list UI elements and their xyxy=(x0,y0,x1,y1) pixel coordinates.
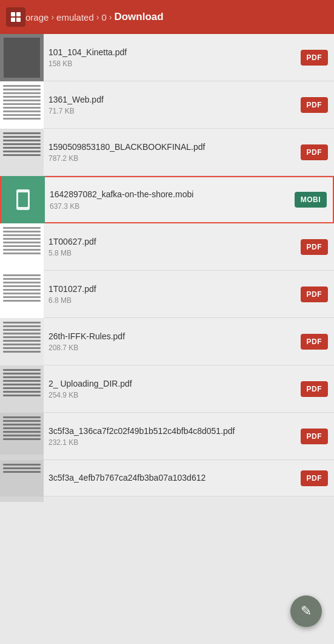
file-size-1361web: 71.7 KB xyxy=(48,107,296,115)
file-thumb-iffk xyxy=(0,318,44,365)
grid-icon xyxy=(11,12,21,22)
file-thumb-3c5f3a-4efb xyxy=(0,455,44,502)
fab-button[interactable]: ✎ xyxy=(290,595,322,627)
file-thumb-1t00627 xyxy=(0,223,44,271)
file-size-kinetta: 158 KB xyxy=(48,59,296,68)
file-item-3c5f3a-4efb[interactable]: 3c5f3a_4efb7b767ca24fb3ba07a103d612 PDF xyxy=(0,460,334,497)
file-info-kafka: 1642897082_kafka-on-the-shore.mobi 637.3… xyxy=(50,189,290,211)
file-badge-3c5f3a-136[interactable]: PDF xyxy=(301,429,329,444)
file-info-blackbook: 1590509853180_BLACKBOOKFINAL.pdf 787.2 K… xyxy=(48,141,296,163)
file-name-kinetta: 101_104_Kinetta.pdf xyxy=(48,47,296,59)
file-item-uploading[interactable]: 2_ Uploading_DIR.pdf 254.9 KB PDF xyxy=(0,365,334,413)
file-badge-kafka[interactable]: MOBI xyxy=(295,192,327,208)
file-info-kinetta: 101_104_Kinetta.pdf 158 KB xyxy=(48,47,296,69)
breadcrumb-sep-2: › xyxy=(96,12,99,22)
file-item-kafka[interactable]: 1642897082_kafka-on-the-shore.mobi 637.3… xyxy=(0,176,334,223)
file-size-3c5f3a-136: 232.1 KB xyxy=(48,438,296,447)
file-size-iffk: 208.7 KB xyxy=(48,344,296,352)
file-thumb-kinetta xyxy=(0,34,44,81)
file-badge-blackbook[interactable]: PDF xyxy=(301,144,329,160)
file-name-blackbook: 1590509853180_BLACKBOOKFINAL.pdf xyxy=(48,141,296,154)
breadcrumb: orage › emulated › 0 › Download xyxy=(25,11,328,23)
file-size-blackbook: 787.2 KB xyxy=(48,154,296,163)
edit-icon: ✎ xyxy=(301,605,312,618)
file-item-1t00627[interactable]: 1T00627.pdf 5.8 MB PDF xyxy=(0,223,334,271)
file-name-3c5f3a-4efb: 3c5f3a_4efb7b767ca24fb3ba07a103d612 xyxy=(48,472,296,484)
file-size-uploading: 254.9 KB xyxy=(48,391,296,399)
file-badge-iffk[interactable]: PDF xyxy=(301,334,329,350)
file-info-uploading: 2_ Uploading_DIR.pdf 254.9 KB xyxy=(48,378,296,400)
file-info-3c5f3a-4efb: 3c5f3a_4efb7b767ca24fb3ba07a103d612 xyxy=(48,472,296,484)
file-badge-1t01027[interactable]: PDF xyxy=(301,286,329,302)
file-info-3c5f3a-136: 3c5f3a_136ca7f2c02f49b1b512c4bfb4c8d051.… xyxy=(48,425,296,447)
breadcrumb-sep-3: › xyxy=(109,12,112,22)
file-item-kinetta[interactable]: 101_104_Kinetta.pdf 158 KB PDF xyxy=(0,34,334,81)
file-name-uploading: 2_ Uploading_DIR.pdf xyxy=(48,378,296,390)
breadcrumb-0[interactable]: 0 xyxy=(101,12,106,22)
file-size-kafka: 637.3 KB xyxy=(50,202,290,211)
breadcrumb-sep-1: › xyxy=(51,12,54,22)
file-list: 101_104_Kinetta.pdf 158 KB PDF xyxy=(0,34,334,497)
file-item-blackbook[interactable]: 1590509853180_BLACKBOOKFINAL.pdf 787.2 K… xyxy=(0,129,334,176)
breadcrumb-download: Download xyxy=(114,11,163,23)
file-badge-1361web[interactable]: PDF xyxy=(301,97,329,113)
file-thumb-kafka xyxy=(1,176,45,223)
file-info-1t00627: 1T00627.pdf 5.8 MB xyxy=(48,236,296,258)
app-icon xyxy=(6,7,25,27)
file-badge-kinetta[interactable]: PDF xyxy=(301,50,329,66)
file-thumb-1t01027 xyxy=(0,271,44,318)
file-item-3c5f3a-136[interactable]: 3c5f3a_136ca7f2c02f49b1b512c4bfb4c8d051.… xyxy=(0,413,334,460)
file-name-1361web: 1361_Web.pdf xyxy=(48,94,296,106)
file-badge-1t00627[interactable]: PDF xyxy=(301,239,329,255)
file-info-iffk: 26th-IFFK-Rules.pdf 208.7 KB xyxy=(48,331,296,353)
file-item-1t01027[interactable]: 1T01027.pdf 6.8 MB PDF xyxy=(0,271,334,318)
breadcrumb-emulated[interactable]: emulated xyxy=(56,12,94,22)
file-name-1t01027: 1T01027.pdf xyxy=(48,283,296,296)
file-thumb-1361web xyxy=(0,81,44,129)
file-name-kafka: 1642897082_kafka-on-the-shore.mobi xyxy=(50,189,290,201)
breadcrumb-storage[interactable]: orage xyxy=(25,12,48,22)
file-item-1361web[interactable]: 1361_Web.pdf 71.7 KB PDF xyxy=(0,81,334,129)
file-name-3c5f3a-136: 3c5f3a_136ca7f2c02f49b1b512c4bfb4c8d051.… xyxy=(48,425,296,438)
file-info-1361web: 1361_Web.pdf 71.7 KB xyxy=(48,94,296,116)
file-size-1t01027: 6.8 MB xyxy=(48,296,296,305)
file-name-iffk: 26th-IFFK-Rules.pdf xyxy=(48,331,296,343)
file-item-iffk[interactable]: 26th-IFFK-Rules.pdf 208.7 KB PDF xyxy=(0,318,334,365)
file-badge-3c5f3a-4efb[interactable]: PDF xyxy=(301,470,329,486)
file-badge-uploading[interactable]: PDF xyxy=(301,381,329,397)
app-container: orage › emulated › 0 › Download 101_104_… xyxy=(0,0,334,497)
file-name-1t00627: 1T00627.pdf xyxy=(48,236,296,248)
file-thumb-blackbook xyxy=(0,129,44,176)
file-thumb-3c5f3a-136 xyxy=(0,413,44,460)
toolbar: orage › emulated › 0 › Download xyxy=(0,0,334,34)
file-thumb-uploading xyxy=(0,365,44,413)
file-size-1t00627: 5.8 MB xyxy=(48,249,296,257)
file-info-1t01027: 1T01027.pdf 6.8 MB xyxy=(48,283,296,305)
